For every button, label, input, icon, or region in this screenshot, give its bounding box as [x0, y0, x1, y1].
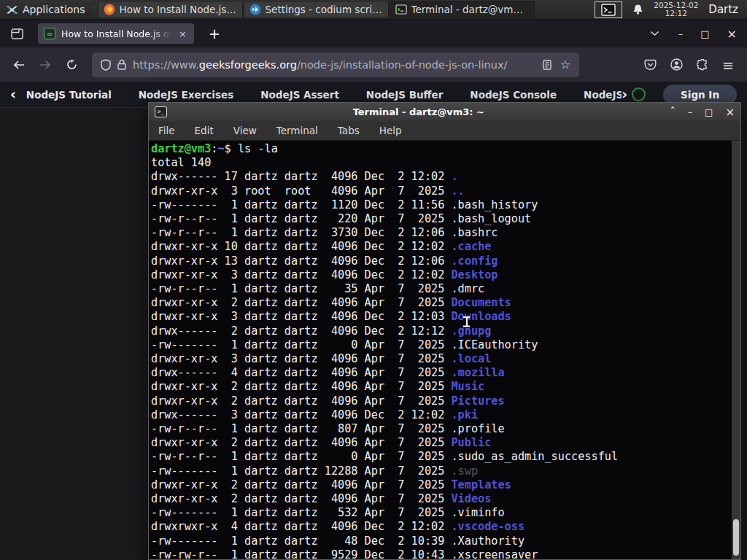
nav-item-nodejs-tutorial[interactable]: NodeJS Tutorial [26, 89, 112, 101]
reload-button[interactable] [60, 53, 83, 77]
terminal-output-line: -rw------- 1 dartz dartz 48 Dec 2 10:39 … [151, 534, 730, 548]
terminal-output-line: drwxr-xr-x 2 dartz dartz 4096 Apr 7 2025… [151, 478, 730, 492]
back-button[interactable] [7, 53, 31, 77]
terminal-output-line: drwxr-xr-x 2 dartz dartz 4096 Apr 7 2025… [151, 436, 730, 450]
terminal-output-line: drwxr-xr-x 2 dartz dartz 4096 Apr 7 2025… [151, 380, 730, 394]
terminal-output: total 140drwx------ 17 dartz dartz 4096 … [151, 156, 730, 559]
taskbar-window-codium[interactable]: Settings - codium script... [244, 1, 389, 18]
terminal-output-line: -rw------- 1 dartz dartz 0 Apr 7 2025 .I… [151, 338, 730, 352]
tray-terminal-icon[interactable] [595, 1, 622, 18]
panel-clock[interactable]: 2025-12-02 12:12 [654, 1, 698, 18]
text-cursor-pointer [462, 316, 471, 327]
nav-item-nodejs-exercises[interactable]: NodeJS Exercises [139, 89, 233, 101]
nav-item-nodejs-crypto[interactable]: NodeJS Crypto [584, 89, 622, 101]
terminal-prompt-line: dartz@vm3:~$ ls -la [151, 142, 730, 156]
terminal-output-line: -rw-r--r-- 1 dartz dartz 35 Apr 7 2025 .… [151, 282, 730, 296]
nav-item-nodejs-assert[interactable]: NodeJS Assert [260, 89, 339, 101]
terminal-titlebar[interactable]: >_ Terminal - dartz@vm3: ~ ˆ – □ × [149, 103, 740, 121]
forward-button[interactable] [34, 53, 57, 77]
top-panel: Applications ⋮ How to Install Node.js o.… [0, 0, 747, 20]
terminal-output-line: drwxr-xr-x 3 root root 4096 Apr 7 2025 .… [151, 184, 730, 198]
account-icon[interactable] [670, 58, 683, 71]
list-all-tabs-chevron-icon[interactable] [650, 31, 659, 36]
terminal-window-controls: ˆ – □ × [670, 106, 735, 119]
terminal-output-line: drwxr-xr-x 2 dartz dartz 4096 Apr 7 2025… [151, 394, 730, 408]
desktop: Applications ⋮ How to Install Node.js o.… [0, 0, 747, 560]
url-bar[interactable]: https://www.geeksforgeeks.org/node-js/in… [92, 52, 579, 77]
close-button[interactable]: × [725, 106, 735, 119]
reader-mode-icon[interactable] [543, 60, 551, 70]
terminal-output-line: total 140 [151, 156, 730, 170]
prompt-command: ls -la [231, 142, 278, 155]
new-tab-button[interactable]: + [204, 26, 225, 42]
terminal-output-line: -rw-r--r-- 1 dartz dartz 3730 Dec 2 12:0… [151, 226, 730, 240]
terminal-icon [395, 4, 407, 15]
terminal-scrollbar[interactable] [732, 141, 740, 559]
firefox-icon [104, 4, 115, 15]
notification-bell-icon[interactable] [632, 4, 643, 15]
terminal-screen[interactable]: dartz@vm3:~$ ls -la total 140drwx------ … [149, 141, 740, 559]
terminal-output-line: drwxr-xr-x 2 dartz dartz 4096 Apr 7 2025… [151, 492, 730, 506]
applications-menu[interactable]: Applications [0, 0, 91, 19]
tab-geeksforgeeks[interactable]: ∞ How to Install Node.js on × [38, 23, 194, 44]
terminal-scrollbar-thumb[interactable] [733, 519, 739, 556]
nav-item-nodejs-console[interactable]: NodeJS Console [470, 89, 557, 101]
taskbar-window-title: Settings - codium script... [266, 4, 383, 15]
taskbar-window-firefox[interactable]: How to Install Node.js o... [98, 1, 243, 18]
firefox-view-icon [11, 28, 23, 39]
menu-burger-icon[interactable]: ≡ [722, 57, 734, 73]
menu-help[interactable]: Help [379, 125, 402, 136]
taskbar-window-title: Terminal - dartz@vm3: ~ [411, 4, 529, 15]
terminal-output-line: drwxr-xr-x 3 dartz dartz 4096 Apr 7 2025… [151, 352, 730, 366]
nav-scroll-right-icon[interactable]: › [622, 88, 627, 101]
system-tray: 2025-12-02 12:12 Dartz [595, 0, 747, 19]
terminal-menubar: File Edit View Terminal Tabs Help [149, 121, 740, 141]
terminal-output-line: -rw------- 1 dartz dartz 532 Apr 7 2025 … [151, 506, 730, 520]
search-icon[interactable] [632, 88, 646, 101]
clock-time: 12:12 [654, 9, 698, 18]
prompt-user-host: dartz@vm3 [151, 142, 211, 155]
pocket-icon[interactable] [644, 59, 657, 71]
taskbar-window-terminal[interactable]: Terminal - dartz@vm3: ~ [390, 1, 535, 18]
terminal-output-line: drwxr-xr-x 10 dartz dartz 4096 Dec 2 12:… [151, 240, 730, 254]
taskbar-window-title: How to Install Node.js o... [120, 4, 237, 15]
codium-icon [249, 4, 261, 15]
maximize-button[interactable]: □ [700, 28, 709, 39]
minimize-button[interactable]: – [688, 107, 692, 117]
bookmark-star-icon[interactable]: ☆ [560, 59, 570, 71]
menu-view[interactable]: View [233, 125, 257, 136]
terminal-output-line: drwx------ 2 dartz dartz 4096 Dec 2 12:1… [151, 324, 730, 338]
terminal-output-line: -rw------- 1 dartz dartz 12288 Apr 7 202… [151, 464, 730, 478]
minimize-button[interactable]: – [678, 28, 684, 39]
panel-separator-handle: ⋮ [91, 0, 97, 19]
terminal-output-line: -rw-r--r-- 1 dartz dartz 0 Apr 7 2025 .s… [151, 450, 730, 464]
shade-button[interactable]: ˆ [670, 109, 676, 115]
menu-terminal[interactable]: Terminal [276, 125, 318, 136]
panel-username[interactable]: Dartz [708, 3, 741, 16]
prompt-path: ~ [217, 142, 224, 155]
close-button[interactable]: × [727, 27, 737, 41]
tab-title: How to Install Node.js on [61, 28, 171, 39]
nav-item-nodejs-buffer[interactable]: NodeJS Buffer [366, 89, 444, 101]
url-text: https://www.geeksforgeeks.org/node-js/in… [133, 59, 536, 71]
tracking-protection-shield-icon[interactable] [101, 59, 111, 71]
terminal-output-line: drwxr-xr-x 2 dartz dartz 4096 Apr 7 2025… [151, 296, 730, 310]
lock-icon [117, 59, 126, 70]
maximize-button[interactable]: □ [705, 107, 713, 117]
applications-menu-label: Applications [23, 4, 85, 15]
tab-close-icon[interactable]: × [177, 28, 188, 39]
firefox-view-button[interactable] [6, 24, 28, 43]
terminal-window: >_ Terminal - dartz@vm3: ~ ˆ – □ × File … [148, 102, 741, 560]
terminal-output-line: drwxr-xr-x 13 dartz dartz 4096 Dec 2 12:… [151, 254, 730, 268]
terminal-output-line: drwxr-xr-x 3 dartz dartz 4096 Dec 2 12:0… [151, 310, 730, 324]
window-controls: – □ × [678, 27, 737, 41]
extensions-icon[interactable] [697, 59, 708, 71]
menu-tabs[interactable]: Tabs [338, 125, 360, 136]
terminal-output-line: drwx------ 17 dartz dartz 4096 Dec 2 12:… [151, 170, 730, 184]
menu-edit[interactable]: Edit [195, 125, 214, 136]
nav-scroll-left-icon[interactable]: ‹ [10, 88, 16, 101]
terminal-output-line: -rw------- 1 dartz dartz 1120 Dec 2 11:5… [151, 198, 730, 212]
terminal-title: Terminal - dartz@vm3: ~ [167, 106, 670, 117]
menu-file[interactable]: File [158, 125, 175, 136]
terminal-output-line: drwxrwxr-x 4 dartz dartz 4096 Dec 2 12:0… [151, 520, 730, 534]
